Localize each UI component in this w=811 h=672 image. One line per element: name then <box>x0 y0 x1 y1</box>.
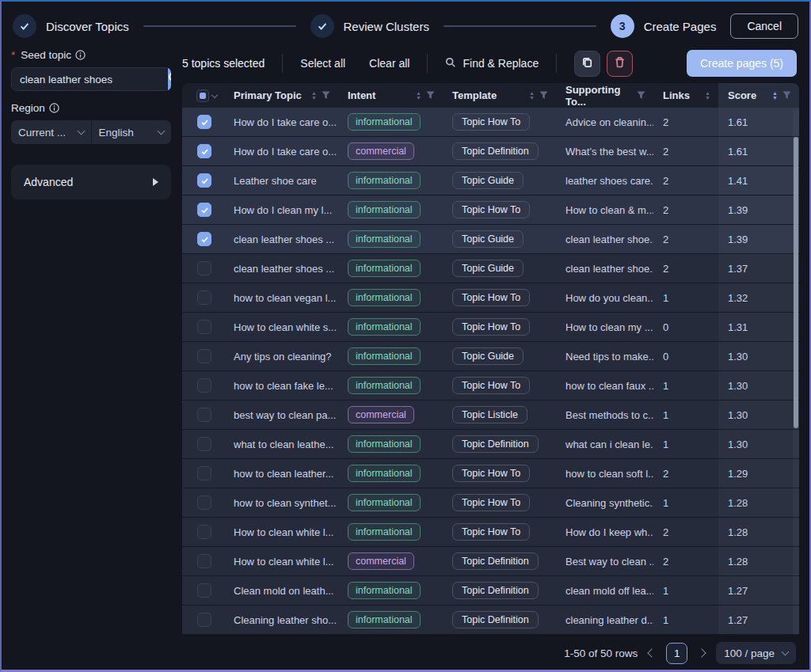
filter-icon[interactable] <box>426 91 435 100</box>
supporting-topic-cell[interactable]: cleaning leather d... <box>556 614 653 626</box>
intent-badge[interactable]: informational <box>348 523 421 541</box>
cancel-button[interactable]: Cancel <box>730 13 798 39</box>
filter-icon[interactable] <box>782 91 791 100</box>
advanced-toggle[interactable]: Advanced <box>11 165 171 199</box>
column-header-supporting-topic[interactable]: Supporting To... <box>556 83 653 108</box>
supporting-topic-cell[interactable]: what can i clean le... <box>556 439 653 450</box>
intent-badge[interactable]: informational <box>348 260 421 277</box>
table-row[interactable]: how to clean vegan l... informational To… <box>182 283 799 313</box>
filter-icon[interactable] <box>637 91 645 100</box>
primary-topic-cell[interactable]: clean leather shoes ... <box>224 233 338 245</box>
row-checkbox[interactable] <box>197 232 211 246</box>
sort-icon[interactable]: ▲▼ <box>705 91 710 101</box>
select-all-button[interactable]: Select all <box>300 57 345 70</box>
region-language-select[interactable]: English <box>91 120 172 144</box>
supporting-topic-cell[interactable]: clean mold off lea... <box>556 585 653 597</box>
intent-badge[interactable]: informational <box>348 582 421 599</box>
template-badge[interactable]: Topic Guide <box>452 260 524 277</box>
column-header-template[interactable]: Template ▲▼ <box>443 83 556 108</box>
template-badge[interactable]: Topic Definition <box>452 552 539 570</box>
template-badge[interactable]: Topic Definition <box>452 435 539 453</box>
sort-icon[interactable]: ▲▼ <box>529 91 535 101</box>
filter-icon[interactable] <box>539 91 548 100</box>
duplicate-button[interactable] <box>574 51 600 77</box>
intent-badge[interactable]: informational <box>348 435 421 453</box>
row-checkbox[interactable] <box>197 495 211 510</box>
select-all-checkbox[interactable] <box>192 89 217 102</box>
sort-icon[interactable]: ▲▼ <box>416 91 421 101</box>
table-row[interactable]: how to clean fake le... informational To… <box>182 371 799 401</box>
table-row[interactable]: how to clean leather... informational To… <box>182 459 799 488</box>
primary-topic-cell[interactable]: Any tips on cleaning? <box>224 351 338 363</box>
template-badge[interactable]: Topic Guide <box>452 230 524 248</box>
sort-icon-active[interactable]: ▲▼ <box>772 91 778 101</box>
row-checkbox[interactable] <box>197 144 211 158</box>
intent-badge[interactable]: informational <box>348 113 421 131</box>
intent-badge[interactable]: commercial <box>348 142 414 160</box>
intent-badge[interactable]: informational <box>348 201 421 218</box>
page-number-button[interactable]: 1 <box>666 643 687 664</box>
table-row[interactable]: Any tips on cleaning? informational Topi… <box>182 342 799 371</box>
row-checkbox[interactable] <box>197 261 211 275</box>
info-icon[interactable] <box>49 103 59 113</box>
supporting-topic-cell[interactable]: How do you clean... <box>556 292 653 304</box>
intent-badge[interactable]: informational <box>348 230 421 248</box>
primary-topic-cell[interactable]: How to clean white l... <box>224 526 338 538</box>
primary-topic-cell[interactable]: Clean mold on leath... <box>224 585 338 597</box>
seed-search-button[interactable] <box>168 67 171 91</box>
supporting-topic-cell[interactable]: leather shoes care... <box>556 175 653 187</box>
template-badge[interactable]: Topic Definition <box>452 611 539 628</box>
page-size-select[interactable]: 100 / page <box>716 642 796 664</box>
row-checkbox[interactable] <box>197 173 211 188</box>
template-badge[interactable]: Topic How To <box>452 289 530 306</box>
table-row[interactable]: Clean mold on leath... informational Top… <box>182 576 799 606</box>
supporting-topic-cell[interactable]: Advice on cleanin... <box>556 116 653 128</box>
clear-all-button[interactable]: Clear all <box>369 57 409 70</box>
sort-icon[interactable]: ▲▼ <box>311 91 317 101</box>
scrollbar-thumb[interactable] <box>794 137 798 428</box>
intent-badge[interactable]: informational <box>348 611 421 628</box>
row-checkbox[interactable] <box>197 203 211 217</box>
supporting-topic-cell[interactable]: Best way to clean ... <box>556 556 653 568</box>
supporting-topic-cell[interactable]: clean leather shoe... <box>556 263 653 275</box>
supporting-topic-cell[interactable]: Need tips to make... <box>556 351 653 363</box>
supporting-topic-cell[interactable]: Best methods to c... <box>556 409 653 421</box>
table-row[interactable]: How to clean white l... commercial Topic… <box>182 547 799 576</box>
intent-badge[interactable]: informational <box>348 172 421 189</box>
row-checkbox[interactable] <box>197 525 211 539</box>
row-checkbox[interactable] <box>197 437 211 451</box>
table-row[interactable]: clean leather shoes ... informational To… <box>182 225 799 254</box>
template-badge[interactable]: Topic How To <box>452 494 530 511</box>
supporting-topic-cell[interactable]: How to clean my ... <box>556 321 653 333</box>
intent-badge[interactable]: informational <box>348 289 421 306</box>
primary-topic-cell[interactable]: what to clean leathe... <box>224 439 338 450</box>
primary-topic-cell[interactable]: How do I take care o... <box>224 146 338 158</box>
intent-badge[interactable]: informational <box>348 465 421 482</box>
primary-topic-cell[interactable]: How to clean white s... <box>224 321 338 333</box>
table-row[interactable]: How to clean white l... informational To… <box>182 518 799 547</box>
supporting-topic-cell[interactable]: How to clean & m... <box>556 204 653 216</box>
template-badge[interactable]: Topic How To <box>452 201 530 218</box>
table-row[interactable]: how to clean synthet... informational To… <box>182 488 799 518</box>
intent-badge[interactable]: informational <box>348 347 421 365</box>
create-pages-button[interactable]: Create pages (5) <box>687 50 797 77</box>
primary-topic-cell[interactable]: how to clean vegan l... <box>224 292 338 304</box>
column-header-primary-topic[interactable]: Primary Topic ▲▼ <box>224 83 338 108</box>
template-badge[interactable]: Topic Listicle <box>452 406 527 423</box>
intent-badge[interactable]: informational <box>348 494 421 511</box>
table-scrollbar[interactable] <box>793 109 799 635</box>
row-checkbox[interactable] <box>197 320 211 334</box>
step-create-pages[interactable]: 3 Create Pages <box>611 14 717 38</box>
row-checkbox[interactable] <box>197 554 211 568</box>
step-review-clusters[interactable]: Review Clusters <box>310 14 429 38</box>
table-row[interactable]: Cleaning leather sho... informational To… <box>182 606 799 635</box>
template-badge[interactable]: Topic How To <box>452 318 530 336</box>
region-country-select[interactable]: Current ... <box>11 120 91 144</box>
prev-page-icon[interactable] <box>648 648 657 657</box>
row-checkbox[interactable] <box>197 613 211 627</box>
step-discover-topics[interactable]: Discover Topics <box>13 14 129 38</box>
supporting-topic-cell[interactable]: What’s the best w... <box>556 146 653 158</box>
supporting-topic-cell[interactable]: how to clean soft l... <box>556 468 653 480</box>
primary-topic-cell[interactable]: how to clean fake le... <box>224 380 338 392</box>
row-checkbox[interactable] <box>197 378 211 393</box>
